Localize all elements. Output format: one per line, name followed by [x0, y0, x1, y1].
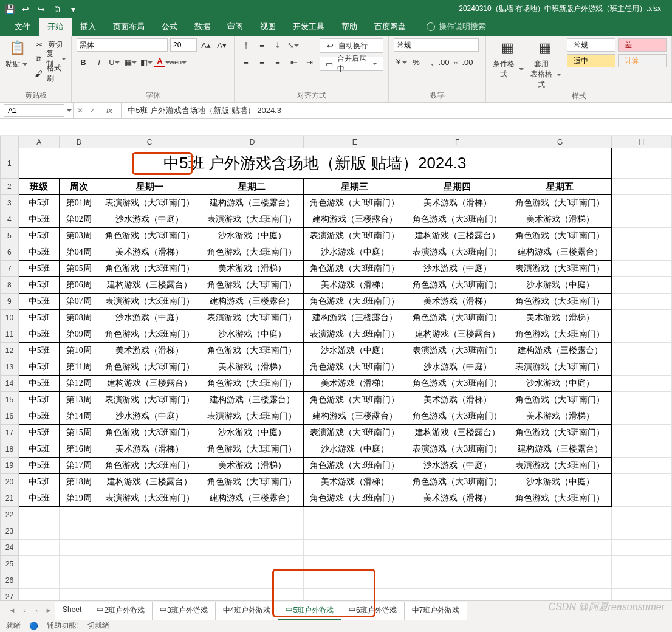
cell[interactable] [98, 507, 201, 523]
table-cell[interactable]: 中5班 [18, 310, 60, 326]
cell[interactable] [201, 556, 304, 572]
table-cell[interactable]: 表演游戏（大3班南门） [509, 261, 611, 277]
underline-button[interactable]: U [108, 55, 122, 69]
cell[interactable] [406, 589, 509, 601]
table-cell[interactable]: 表演游戏（大3班南门） [201, 310, 304, 326]
table-cell[interactable]: 沙水游戏（中庭） [201, 326, 304, 343]
table-cell[interactable]: 建构游戏（三楼露台） [201, 195, 304, 211]
table-cell[interactable]: 美术游戏（滑梯） [406, 195, 509, 211]
column-header[interactable]: D [201, 136, 304, 148]
fill-color-button[interactable]: ◧ [140, 55, 153, 69]
column-header[interactable]: H [611, 136, 671, 148]
table-cell[interactable]: 角色游戏（大3班南门） [406, 310, 509, 326]
table-cell[interactable]: 建构游戏（三楼露台） [303, 310, 406, 326]
table-cell[interactable]: 建构游戏（三楼露台） [303, 408, 406, 425]
table-cell[interactable]: 美术游戏（滑梯） [509, 408, 611, 425]
row-header[interactable]: 27 [1, 589, 19, 601]
format-painter-button[interactable]: 🖌格式刷 [35, 67, 66, 80]
cell[interactable] [509, 540, 611, 556]
cell[interactable] [611, 148, 671, 179]
table-cell[interactable]: 角色游戏（大3班南门） [98, 228, 201, 244]
table-header-cell[interactable]: 星期四 [406, 179, 509, 195]
table-header-cell[interactable]: 班级 [18, 179, 60, 195]
ribbon-tab-帮助[interactable]: 帮助 [333, 18, 366, 36]
table-cell[interactable]: 第14周 [60, 408, 98, 425]
row-header[interactable]: 1 [1, 148, 19, 179]
sheet-tab[interactable]: 中4班户外游戏 [215, 602, 279, 620]
table-cell[interactable]: 角色游戏（大3班南门） [303, 392, 406, 408]
cell[interactable] [303, 540, 406, 556]
table-cell[interactable]: 美术游戏（滑梯） [303, 474, 406, 490]
table-cell[interactable]: 沙水游戏（中庭） [303, 441, 406, 458]
cell[interactable] [303, 523, 406, 540]
table-cell[interactable]: 表演游戏（大3班南门） [406, 343, 509, 359]
row-header[interactable]: 24 [1, 540, 19, 556]
comma-button[interactable]: , [425, 55, 439, 69]
ribbon-tab-文件[interactable]: 文件 [6, 18, 39, 36]
table-cell[interactable]: 建构游戏（三楼露台） [201, 490, 304, 507]
table-cell[interactable]: 美术游戏（滑梯） [98, 343, 201, 359]
table-cell[interactable]: 沙水游戏（中庭） [509, 376, 611, 392]
table-cell[interactable]: 沙水游戏（中庭） [98, 408, 201, 425]
table-cell[interactable]: 沙水游戏（中庭） [509, 277, 611, 294]
table-cell[interactable]: 美术游戏（滑梯） [406, 490, 509, 507]
table-cell[interactable]: 中5班 [18, 425, 60, 441]
cell[interactable] [611, 179, 671, 195]
row-header[interactable]: 16 [1, 408, 19, 425]
ribbon-tab-审阅[interactable]: 审阅 [219, 18, 252, 36]
table-cell[interactable]: 表演游戏（大3班南门） [303, 425, 406, 441]
table-cell[interactable]: 建构游戏（三楼露台） [201, 294, 304, 310]
row-header[interactable]: 6 [1, 244, 19, 261]
table-cell[interactable]: 建构游戏（三楼露台） [509, 244, 611, 261]
cell-style-normal[interactable]: 常规 [567, 38, 615, 52]
row-header[interactable]: 22 [1, 507, 19, 523]
italic-button[interactable]: I [92, 55, 106, 69]
cell[interactable] [611, 343, 671, 359]
table-cell[interactable]: 角色游戏（大3班南门） [509, 425, 611, 441]
cell[interactable] [611, 228, 671, 244]
cell[interactable] [406, 556, 509, 572]
increase-font-button[interactable]: A▴ [199, 38, 213, 52]
table-cell[interactable]: 第10周 [60, 343, 98, 359]
cell[interactable] [98, 589, 201, 601]
align-middle-button[interactable]: ≡ [255, 38, 269, 52]
table-cell[interactable]: 第09周 [60, 326, 98, 343]
table-cell[interactable]: 中5班 [18, 211, 60, 228]
wrap-text-button[interactable]: ↩自动换行 [320, 38, 383, 53]
namebox-dropdown-icon[interactable] [67, 108, 73, 114]
ribbon-tab-公式[interactable]: 公式 [153, 18, 186, 36]
table-cell[interactable]: 角色游戏（大3班南门） [303, 261, 406, 277]
table-cell[interactable]: 中5班 [18, 343, 60, 359]
cell[interactable] [98, 540, 201, 556]
orientation-button[interactable]: ⤡ [287, 38, 300, 52]
table-cell[interactable]: 表演游戏（大3班南门） [201, 211, 304, 228]
table-cell[interactable]: 第02周 [60, 211, 98, 228]
sheet-tab[interactable]: 中3班户外游戏 [152, 602, 216, 620]
cell[interactable] [18, 589, 60, 601]
table-cell[interactable]: 角色游戏（大3班南门） [201, 343, 304, 359]
font-color-button[interactable]: A [156, 55, 169, 69]
table-cell[interactable]: 沙水游戏（中庭） [303, 343, 406, 359]
cell[interactable] [201, 507, 304, 523]
table-cell[interactable]: 角色游戏（大3班南门） [406, 408, 509, 425]
table-cell[interactable]: 中5班 [18, 474, 60, 490]
table-cell[interactable]: 第12周 [60, 376, 98, 392]
row-header[interactable]: 21 [1, 490, 19, 507]
cell[interactable] [611, 211, 671, 228]
cell[interactable] [201, 589, 304, 601]
table-cell[interactable]: 角色游戏（大3班南门） [509, 392, 611, 408]
cell[interactable] [611, 408, 671, 425]
cell[interactable] [611, 310, 671, 326]
table-cell[interactable]: 表演游戏（大3班南门） [201, 408, 304, 425]
table-cell[interactable]: 角色游戏（大3班南门） [303, 490, 406, 507]
table-cell[interactable]: 中5班 [18, 359, 60, 376]
table-cell[interactable]: 第01周 [60, 195, 98, 211]
row-header[interactable]: 25 [1, 556, 19, 572]
sheet-tab[interactable]: 中7班户外游戏 [404, 602, 468, 620]
customize-qat-icon[interactable]: ▾ [68, 4, 78, 14]
table-cell[interactable]: 美术游戏（滑梯） [509, 211, 611, 228]
table-cell[interactable]: 建构游戏（三楼露台） [509, 441, 611, 458]
table-cell[interactable]: 中5班 [18, 376, 60, 392]
name-box[interactable] [4, 104, 64, 117]
table-cell[interactable]: 第15周 [60, 425, 98, 441]
